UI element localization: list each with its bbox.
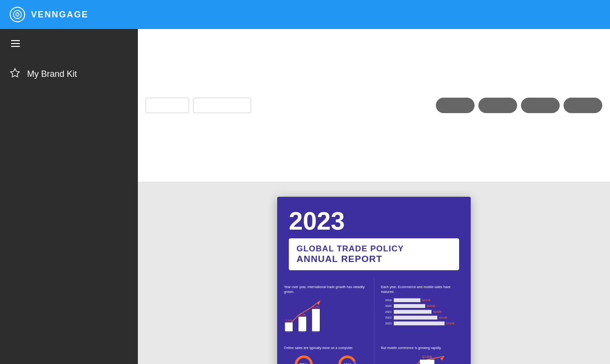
svg-marker-6: [317, 301, 320, 305]
stat-box-trade-growth: Year over year, international trade grow…: [277, 278, 374, 339]
stats-row-2: Online sales are typically done on a com…: [277, 339, 471, 364]
infographic-header: 2023 GLOBAL TRADE POLICY ANNUAL REPORT: [277, 197, 471, 278]
toolbar-button-2[interactable]: [478, 98, 517, 113]
canvas-area: 2023 GLOBAL TRADE POLICY ANNUAL REPORT Y…: [138, 182, 610, 364]
h-bar-row-2021: 2021 $340B: [381, 310, 464, 314]
toolbar-button-4[interactable]: [564, 98, 602, 113]
h-bar-row-2019: 2019 $237B: [381, 298, 464, 302]
donut-grid: 75% Desktop/Laptop 43%: [284, 354, 367, 364]
svg-rect-8: [298, 317, 306, 331]
infographic-title-box: GLOBAL TRADE POLICY ANNUAL REPORT: [289, 238, 459, 270]
sidebar: My Brand Kit: [0, 29, 138, 364]
toolbar-button-1[interactable]: [436, 98, 475, 113]
svg-text:2020: 2020: [285, 330, 292, 332]
toolbar-input-1[interactable]: [146, 98, 189, 113]
svg-point-1: [16, 13, 19, 16]
donut-svg-desktop: 75%: [293, 354, 314, 364]
sidebar-item-brand-kit[interactable]: My Brand Kit: [0, 60, 138, 88]
h-bar-row-2023: 2023 $530B: [381, 321, 464, 325]
brand-kit-label: My Brand Kit: [27, 69, 77, 79]
svg-text:2.5%: 2.5%: [285, 319, 292, 322]
main-layout: My Brand Kit 2023 GLOBAL TRADE POLICY: [0, 29, 610, 364]
infographic-title-sub: ANNUAL REPORT: [297, 254, 451, 264]
infographic-year: 2023: [289, 208, 459, 233]
content-area: 2023 GLOBAL TRADE POLICY ANNUAL REPORT Y…: [138, 29, 610, 364]
stat-box-online-sales: Online sales are typically done on a com…: [277, 339, 374, 364]
donut-svg-tablet: 43%: [337, 354, 358, 364]
stat-box-ecommerce: Each year, Ecommerce and mobile sales ha…: [374, 278, 471, 339]
logo-icon: [10, 7, 25, 22]
stats-row-1: Year over year, international trade grow…: [277, 278, 471, 339]
svg-text:2022: 2022: [312, 330, 319, 332]
svg-point-0: [14, 11, 22, 19]
stat-label-4: But mobile commerce is growing rapidly.: [381, 346, 464, 350]
stat-box-mobile: But mobile commerce is growing rapidly. …: [374, 339, 471, 364]
h-bar-row-2022: 2022 $410B: [381, 316, 464, 320]
svg-text:5.2%: 5.2%: [312, 306, 319, 308]
star-icon: [10, 68, 20, 80]
hamburger-menu-button[interactable]: [0, 29, 138, 60]
svg-marker-5: [11, 69, 19, 77]
svg-text:2021: 2021: [299, 330, 306, 332]
svg-text:3.7%: 3.7%: [299, 313, 306, 316]
h-bar-chart: 2019 $237B 2020 $280B 2021: [381, 298, 464, 325]
brand-logo-text: VENNGAGE: [31, 10, 89, 20]
infographic-title-main: GLOBAL TRADE POLICY: [297, 244, 451, 254]
bar-chart-svg-1: 2.5% 3.7% 5.2% 2020 2021 2022: [284, 298, 325, 332]
bar-chart-svg-2: $133B $745B 2015 2022: [381, 354, 459, 364]
svg-rect-30: [420, 360, 434, 364]
navbar: VENNGAGE: [0, 0, 610, 29]
donut-item-tablet: 43% Tablet: [327, 354, 367, 364]
stat-label-2: Each year, Ecommerce and mobile sales ha…: [381, 285, 464, 294]
stat-label-3: Online sales are typically done on a com…: [284, 346, 367, 350]
infographic-card: 2023 GLOBAL TRADE POLICY ANNUAL REPORT Y…: [277, 197, 471, 364]
svg-text:$745B: $745B: [422, 355, 432, 359]
stat-label-1: Year over year, international trade grow…: [284, 285, 367, 294]
h-bar-row-2020: 2020 $280B: [381, 304, 464, 308]
svg-rect-9: [312, 309, 320, 331]
toolbar: [138, 29, 610, 182]
toolbar-input-2[interactable]: [193, 98, 251, 113]
toolbar-button-3[interactable]: [521, 98, 560, 113]
donut-item-desktop: 75% Desktop/Laptop: [284, 354, 324, 364]
